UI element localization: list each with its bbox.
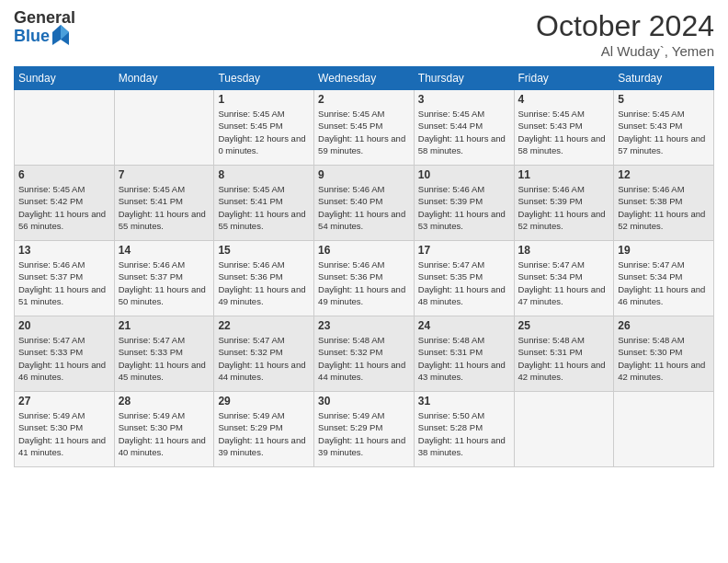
header-thursday: Thursday [414,67,514,90]
calendar-cell-w2-d0: 6Sunrise: 5:45 AM Sunset: 5:42 PM Daylig… [15,166,115,241]
day-info: Sunrise: 5:45 AM Sunset: 5:43 PM Dayligh… [518,108,610,156]
day-number: 21 [119,319,210,332]
week-row-3: 13Sunrise: 5:46 AM Sunset: 5:37 PM Dayli… [15,241,714,316]
day-info: Sunrise: 5:45 AM Sunset: 5:43 PM Dayligh… [618,108,710,156]
day-number: 26 [618,319,710,332]
day-info: Sunrise: 5:47 AM Sunset: 5:33 PM Dayligh… [119,334,210,383]
day-number: 8 [218,168,310,181]
day-info: Sunrise: 5:45 AM Sunset: 5:45 PM Dayligh… [318,108,410,156]
calendar-cell-w4-d3: 23Sunrise: 5:48 AM Sunset: 5:32 PM Dayli… [314,316,415,392]
calendar-cell-w3-d3: 16Sunrise: 5:46 AM Sunset: 5:36 PM Dayli… [314,241,415,316]
calendar-cell-w1-d0 [15,90,115,166]
header-sunday: Sunday [15,67,115,90]
logo-icon [52,25,69,45]
calendar-header: Sunday Monday Tuesday Wednesday Thursday… [15,67,714,90]
day-info: Sunrise: 5:49 AM Sunset: 5:30 PM Dayligh… [119,409,210,458]
calendar-cell-w5-d6 [614,392,714,467]
calendar-cell-w5-d5 [514,392,614,467]
day-number: 18 [518,244,610,257]
day-info: Sunrise: 5:46 AM Sunset: 5:36 PM Dayligh… [318,259,410,307]
day-info: Sunrise: 5:46 AM Sunset: 5:40 PM Dayligh… [318,183,410,232]
day-number: 1 [218,93,310,106]
calendar-cell-w5-d0: 27Sunrise: 5:49 AM Sunset: 5:30 PM Dayli… [15,392,115,467]
calendar-cell-w1-d1 [114,90,214,166]
week-row-4: 20Sunrise: 5:47 AM Sunset: 5:33 PM Dayli… [15,316,714,392]
day-info: Sunrise: 5:46 AM Sunset: 5:37 PM Dayligh… [18,259,110,307]
day-number: 12 [618,168,710,181]
day-info: Sunrise: 5:45 AM Sunset: 5:41 PM Dayligh… [218,183,310,232]
day-number: 22 [218,319,310,332]
title-location: Al Wuday`, Yemen [536,43,714,59]
day-number: 13 [18,244,110,257]
calendar-cell-w2-d6: 12Sunrise: 5:46 AM Sunset: 5:38 PM Dayli… [614,166,714,241]
day-number: 19 [618,244,710,257]
header: General Blue October 2024 Al Wuday`, Yem… [14,9,714,59]
day-number: 11 [518,168,610,181]
calendar-cell-w1-d6: 5Sunrise: 5:45 AM Sunset: 5:43 PM Daylig… [614,90,714,166]
day-number: 7 [119,168,210,181]
day-info: Sunrise: 5:46 AM Sunset: 5:39 PM Dayligh… [518,183,610,232]
calendar-cell-w3-d0: 13Sunrise: 5:46 AM Sunset: 5:37 PM Dayli… [15,241,115,316]
header-friday: Friday [514,67,614,90]
day-info: Sunrise: 5:45 AM Sunset: 5:42 PM Dayligh… [18,183,110,232]
header-tuesday: Tuesday [214,67,314,90]
day-number: 31 [418,395,510,408]
day-number: 25 [518,319,610,332]
calendar-cell-w3-d1: 14Sunrise: 5:46 AM Sunset: 5:37 PM Dayli… [114,241,214,316]
day-info: Sunrise: 5:47 AM Sunset: 5:32 PM Dayligh… [218,334,310,383]
calendar-cell-w1-d2: 1Sunrise: 5:45 AM Sunset: 5:45 PM Daylig… [214,90,314,166]
calendar-cell-w3-d2: 15Sunrise: 5:46 AM Sunset: 5:36 PM Dayli… [214,241,314,316]
calendar-cell-w2-d5: 11Sunrise: 5:46 AM Sunset: 5:39 PM Dayli… [514,166,614,241]
calendar-cell-w4-d1: 21Sunrise: 5:47 AM Sunset: 5:33 PM Dayli… [114,316,214,392]
day-number: 29 [218,395,310,408]
calendar-cell-w1-d3: 2Sunrise: 5:45 AM Sunset: 5:45 PM Daylig… [314,90,415,166]
header-monday: Monday [114,67,214,90]
day-info: Sunrise: 5:46 AM Sunset: 5:38 PM Dayligh… [618,183,710,232]
week-row-2: 6Sunrise: 5:45 AM Sunset: 5:42 PM Daylig… [15,166,714,241]
calendar-cell-w5-d3: 30Sunrise: 5:49 AM Sunset: 5:29 PM Dayli… [314,392,415,467]
calendar-cell-w2-d2: 8Sunrise: 5:45 AM Sunset: 5:41 PM Daylig… [214,166,314,241]
calendar-cell-w5-d4: 31Sunrise: 5:50 AM Sunset: 5:28 PM Dayli… [414,392,514,467]
day-number: 23 [318,319,410,332]
title-month: October 2024 [536,9,714,43]
day-info: Sunrise: 5:49 AM Sunset: 5:30 PM Dayligh… [18,409,110,458]
day-info: Sunrise: 5:48 AM Sunset: 5:30 PM Dayligh… [618,334,710,383]
day-info: Sunrise: 5:48 AM Sunset: 5:31 PM Dayligh… [418,334,510,383]
logo-text: General Blue [14,9,75,46]
day-info: Sunrise: 5:47 AM Sunset: 5:33 PM Dayligh… [18,334,110,383]
day-info: Sunrise: 5:46 AM Sunset: 5:36 PM Dayligh… [218,259,310,307]
day-number: 16 [318,244,410,257]
day-number: 28 [119,395,210,408]
logo-blue: Blue [14,28,50,46]
day-info: Sunrise: 5:47 AM Sunset: 5:34 PM Dayligh… [518,259,610,307]
day-info: Sunrise: 5:47 AM Sunset: 5:35 PM Dayligh… [418,259,510,307]
day-number: 27 [18,395,110,408]
calendar-table: Sunday Monday Tuesday Wednesday Thursday… [14,66,714,467]
page: General Blue October 2024 Al Wuday`, Yem… [0,0,728,563]
logo: General Blue [14,9,75,46]
calendar-cell-w4-d5: 25Sunrise: 5:48 AM Sunset: 5:31 PM Dayli… [514,316,614,392]
day-number: 6 [18,168,110,181]
day-number: 20 [18,319,110,332]
day-number: 15 [218,244,310,257]
calendar-cell-w4-d0: 20Sunrise: 5:47 AM Sunset: 5:33 PM Dayli… [15,316,115,392]
day-number: 30 [318,395,410,408]
header-wednesday: Wednesday [314,67,415,90]
day-info: Sunrise: 5:45 AM Sunset: 5:45 PM Dayligh… [218,108,310,156]
calendar-cell-w1-d4: 3Sunrise: 5:45 AM Sunset: 5:44 PM Daylig… [414,90,514,166]
week-row-1: 1Sunrise: 5:45 AM Sunset: 5:45 PM Daylig… [15,90,714,166]
weekday-header-row: Sunday Monday Tuesday Wednesday Thursday… [15,67,714,90]
day-info: Sunrise: 5:45 AM Sunset: 5:41 PM Dayligh… [119,183,210,232]
day-info: Sunrise: 5:45 AM Sunset: 5:44 PM Dayligh… [418,108,510,156]
calendar-cell-w3-d5: 18Sunrise: 5:47 AM Sunset: 5:34 PM Dayli… [514,241,614,316]
day-info: Sunrise: 5:46 AM Sunset: 5:39 PM Dayligh… [418,183,510,232]
calendar-cell-w5-d2: 29Sunrise: 5:49 AM Sunset: 5:29 PM Dayli… [214,392,314,467]
week-row-5: 27Sunrise: 5:49 AM Sunset: 5:30 PM Dayli… [15,392,714,467]
calendar-cell-w2-d1: 7Sunrise: 5:45 AM Sunset: 5:41 PM Daylig… [114,166,214,241]
day-number: 4 [518,93,610,106]
calendar-cell-w3-d6: 19Sunrise: 5:47 AM Sunset: 5:34 PM Dayli… [614,241,714,316]
calendar-cell-w3-d4: 17Sunrise: 5:47 AM Sunset: 5:35 PM Dayli… [414,241,514,316]
day-number: 3 [418,93,510,106]
calendar-cell-w4-d2: 22Sunrise: 5:47 AM Sunset: 5:32 PM Dayli… [214,316,314,392]
day-info: Sunrise: 5:48 AM Sunset: 5:31 PM Dayligh… [518,334,610,383]
